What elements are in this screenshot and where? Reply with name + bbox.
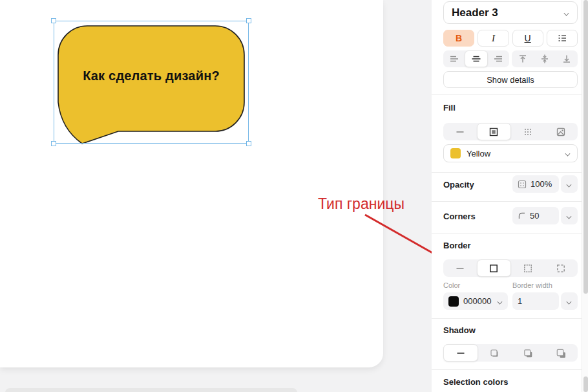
align-middle-icon xyxy=(540,54,550,64)
align-right-icon xyxy=(493,54,503,64)
selection-handle-top-right[interactable] xyxy=(246,18,251,23)
chevron-down-icon xyxy=(564,10,569,16)
align-top-icon xyxy=(518,54,528,64)
solid-fill-icon xyxy=(488,127,499,137)
opacity-value: 100% xyxy=(530,179,552,189)
properties-panel: Header 3 B I U xyxy=(432,0,588,392)
italic-label: I xyxy=(492,33,495,44)
panel-scrollbar[interactable] xyxy=(582,0,588,392)
align-center-icon xyxy=(471,54,481,64)
selection-handle-top-left[interactable] xyxy=(51,18,56,23)
border-color-swatch xyxy=(448,296,459,307)
fill-none-button[interactable] xyxy=(443,123,477,140)
corners-input[interactable]: 50 xyxy=(512,207,559,224)
border-color-value: 000000 xyxy=(463,296,491,306)
show-details-label: Show details xyxy=(487,75,534,85)
selection-handle-bottom-right[interactable] xyxy=(246,141,251,146)
align-left-button[interactable] xyxy=(443,50,465,67)
fill-color-select[interactable]: Yellow xyxy=(443,144,578,162)
fill-section-label: Fill xyxy=(443,103,456,113)
pattern-fill-icon xyxy=(523,127,533,137)
fill-color-name: Yellow xyxy=(467,149,565,158)
bold-button[interactable]: B xyxy=(443,30,474,47)
solid-border-icon xyxy=(488,263,499,274)
fill-color-swatch xyxy=(450,148,461,158)
border-width-input[interactable]: 1 xyxy=(512,292,559,310)
align-middle-button[interactable] xyxy=(534,50,556,67)
no-border-icon xyxy=(455,263,465,274)
text-style-select[interactable]: Header 3 xyxy=(443,1,578,24)
scrollbar-thumb[interactable] xyxy=(583,0,588,294)
shadow-medium-button[interactable] xyxy=(511,344,545,362)
align-left-icon xyxy=(449,54,459,64)
chevron-down-icon xyxy=(498,299,503,304)
border-none-button[interactable] xyxy=(443,259,477,277)
border-width-value: 1 xyxy=(518,296,522,306)
dotted-border-icon xyxy=(523,263,533,274)
align-right-button[interactable] xyxy=(488,50,509,67)
show-details-button[interactable]: Show details xyxy=(443,71,578,88)
no-shadow-icon xyxy=(456,348,466,358)
chevron-down-icon xyxy=(567,299,572,304)
corners-label: Corners xyxy=(443,212,476,221)
align-center-button[interactable] xyxy=(465,50,487,67)
align-bottom-icon xyxy=(562,54,572,64)
shadow-section-label: Shadow xyxy=(443,325,476,335)
fill-solid-button[interactable] xyxy=(477,123,512,140)
bottom-toolbar-edge xyxy=(5,388,297,392)
small-shadow-icon xyxy=(489,348,499,358)
border-color-select[interactable]: 000000 xyxy=(443,292,508,310)
shadow-large-button[interactable] xyxy=(545,344,578,362)
shadow-small-button[interactable] xyxy=(478,344,512,362)
fill-image-button[interactable] xyxy=(545,123,578,140)
border-width-dropdown-button[interactable] xyxy=(561,292,578,310)
underline-label: U xyxy=(525,33,531,43)
align-bottom-button[interactable] xyxy=(556,50,578,67)
border-dotted-button[interactable] xyxy=(511,259,545,277)
corner-radius-icon xyxy=(518,212,526,220)
border-section-label: Border xyxy=(443,241,471,250)
align-top-button[interactable] xyxy=(512,50,534,67)
opacity-input[interactable]: 100% xyxy=(512,175,559,193)
medium-shadow-icon xyxy=(523,348,533,358)
border-dashed-button[interactable] xyxy=(545,259,578,277)
opacity-label: Opacity xyxy=(443,180,474,190)
corners-dropdown-button[interactable] xyxy=(561,207,578,224)
no-fill-icon xyxy=(455,127,465,137)
italic-button[interactable]: I xyxy=(478,30,509,47)
chevron-down-icon xyxy=(565,151,571,156)
selection-handle-bottom-left[interactable] xyxy=(51,141,56,146)
shadow-none-button[interactable] xyxy=(443,344,478,362)
opacity-dropdown-button[interactable] xyxy=(561,175,578,193)
list-button[interactable] xyxy=(547,30,578,47)
underline-button[interactable]: U xyxy=(512,30,543,47)
selection-colors-label: Selection colors xyxy=(443,377,508,387)
chevron-down-icon xyxy=(567,182,572,187)
large-shadow-icon xyxy=(556,348,566,358)
image-fill-icon xyxy=(556,127,566,137)
selection-frame xyxy=(54,21,249,144)
border-solid-button[interactable] xyxy=(477,259,512,277)
text-style-value: Header 3 xyxy=(452,6,564,19)
bold-label: B xyxy=(456,33,462,43)
opacity-icon xyxy=(518,180,527,189)
fill-pattern-button[interactable] xyxy=(511,123,545,140)
border-width-label: Border width xyxy=(512,281,552,289)
scrollbar-thumb-bottom[interactable] xyxy=(583,376,588,392)
dashed-border-icon xyxy=(556,263,566,274)
app-window: Как сделать дизайн? Тип границы Header 3… xyxy=(0,0,588,392)
chevron-down-icon xyxy=(567,213,572,219)
corners-value: 50 xyxy=(530,211,539,221)
list-icon xyxy=(557,33,567,43)
border-color-label: Color xyxy=(443,281,460,289)
